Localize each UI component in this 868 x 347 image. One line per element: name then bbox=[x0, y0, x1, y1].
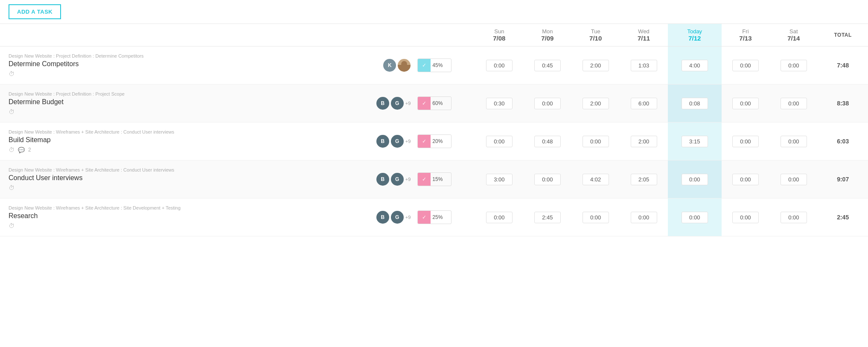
progress-box[interactable]: ✓ 20% bbox=[417, 134, 451, 148]
time-input[interactable] bbox=[534, 136, 561, 147]
header-sun: Sun 7/08 bbox=[475, 24, 523, 47]
time-input[interactable] bbox=[631, 60, 657, 71]
time-input[interactable] bbox=[486, 212, 513, 223]
time-input[interactable] bbox=[781, 98, 807, 109]
time-input[interactable] bbox=[583, 60, 609, 71]
time-cell-day1 bbox=[523, 198, 571, 236]
progress-percent: 25% bbox=[431, 214, 444, 220]
time-cell-day2 bbox=[571, 122, 620, 160]
header-today-date: 7/12 bbox=[670, 35, 719, 42]
avatar: G bbox=[391, 97, 404, 110]
extra-assignees: +9 bbox=[405, 139, 411, 144]
task-name[interactable]: Conduct User interviews bbox=[9, 174, 299, 182]
time-input[interactable] bbox=[583, 174, 609, 185]
progress-cell: ✓ 15% bbox=[415, 160, 475, 198]
total-cell: 2:45 bbox=[818, 198, 868, 236]
avatar: B bbox=[376, 135, 389, 148]
time-input[interactable] bbox=[781, 136, 807, 147]
task-meta: ⏱ bbox=[9, 70, 299, 77]
header-sun-name: Sun bbox=[477, 28, 521, 35]
add-task-button[interactable]: ADD A TASK bbox=[9, 4, 61, 19]
time-input[interactable] bbox=[631, 212, 657, 223]
task-meta: ⏱💬 2 bbox=[9, 146, 299, 153]
time-input[interactable] bbox=[631, 174, 657, 185]
task-breadcrumb: Design New Website : Project Definition … bbox=[9, 53, 299, 58]
time-input[interactable] bbox=[583, 136, 609, 147]
progress-check: ✓ bbox=[418, 211, 431, 224]
header-mon: Mon 7/09 bbox=[523, 24, 571, 47]
progress-check: ✓ bbox=[418, 59, 431, 72]
extra-assignees: +9 bbox=[405, 101, 411, 106]
time-cell-day6 bbox=[769, 122, 818, 160]
time-cell-day2 bbox=[571, 160, 620, 198]
time-cell-day1 bbox=[523, 160, 571, 198]
time-input[interactable] bbox=[631, 98, 657, 109]
progress-cell: ✓ 45% bbox=[415, 47, 475, 85]
time-input[interactable] bbox=[781, 212, 807, 223]
time-cell-day3 bbox=[620, 47, 668, 85]
time-input[interactable] bbox=[534, 212, 561, 223]
time-cell-day5 bbox=[722, 198, 770, 236]
time-cell-day6 bbox=[769, 47, 818, 85]
time-input[interactable] bbox=[732, 98, 759, 109]
extra-assignees: +9 bbox=[405, 177, 411, 182]
task-name[interactable]: Determine Budget bbox=[9, 98, 299, 106]
task-name[interactable]: Determine Competitors bbox=[9, 60, 299, 68]
task-breadcrumb: Design New Website : Wireframes + Site A… bbox=[9, 129, 299, 134]
header-wed: Wed 7/11 bbox=[620, 24, 668, 47]
clock-icon: ⏱ bbox=[9, 146, 15, 153]
task-info-cell: Design New Website : Wireframes + Site A… bbox=[0, 122, 308, 160]
total-cell: 7:48 bbox=[818, 47, 868, 85]
time-input[interactable] bbox=[732, 60, 759, 71]
time-input[interactable] bbox=[732, 212, 759, 223]
progress-box[interactable]: ✓ 60% bbox=[417, 96, 451, 110]
time-input[interactable] bbox=[732, 136, 759, 147]
time-input[interactable] bbox=[534, 98, 561, 109]
time-input[interactable] bbox=[583, 98, 609, 109]
task-meta: ⏱ bbox=[9, 222, 299, 229]
avatar: G bbox=[391, 211, 404, 224]
time-input[interactable] bbox=[732, 174, 759, 185]
time-input[interactable] bbox=[781, 60, 807, 71]
time-input[interactable] bbox=[486, 136, 513, 147]
progress-box[interactable]: ✓ 45% bbox=[417, 58, 451, 72]
time-cell-day1 bbox=[523, 47, 571, 85]
progress-check: ✓ bbox=[418, 135, 431, 148]
avatar: B bbox=[376, 211, 389, 224]
header-total: TOTAL bbox=[818, 24, 868, 47]
time-input[interactable] bbox=[781, 174, 807, 185]
time-input[interactable] bbox=[682, 98, 708, 109]
progress-check: ✓ bbox=[418, 97, 431, 110]
time-input[interactable] bbox=[682, 212, 708, 223]
progress-percent: 15% bbox=[431, 176, 444, 182]
time-cell-day0 bbox=[475, 160, 523, 198]
time-input[interactable] bbox=[486, 98, 513, 109]
progress-box[interactable]: ✓ 15% bbox=[417, 172, 451, 186]
header-fri: Fri 7/13 bbox=[722, 24, 770, 47]
header-today: Today 7/12 bbox=[668, 24, 721, 47]
progress-cell: ✓ 25% bbox=[415, 198, 475, 236]
task-meta: ⏱ bbox=[9, 184, 299, 191]
time-cell-day6 bbox=[769, 160, 818, 198]
time-input[interactable] bbox=[631, 136, 657, 147]
time-cell-day3 bbox=[620, 160, 668, 198]
time-input[interactable] bbox=[682, 136, 708, 147]
task-name[interactable]: Research bbox=[9, 212, 299, 220]
progress-check: ✓ bbox=[418, 173, 431, 186]
time-cell-day4 bbox=[668, 122, 721, 160]
progress-box[interactable]: ✓ 25% bbox=[417, 210, 451, 224]
time-input[interactable] bbox=[682, 60, 708, 71]
time-input[interactable] bbox=[486, 60, 513, 71]
time-input[interactable] bbox=[486, 174, 513, 185]
comment-icon: 💬 bbox=[18, 147, 25, 153]
time-input[interactable] bbox=[583, 212, 609, 223]
avatar: K bbox=[383, 59, 396, 72]
table-row: Design New Website : Wireframes + Site A… bbox=[0, 198, 868, 236]
task-name[interactable]: Build Sitemap bbox=[9, 136, 299, 144]
task-assign-cell: BG+9 bbox=[308, 198, 415, 236]
time-input[interactable] bbox=[534, 60, 561, 71]
time-input[interactable] bbox=[534, 174, 561, 185]
time-input[interactable] bbox=[682, 174, 708, 185]
avatar: B bbox=[376, 97, 389, 110]
time-cell-day2 bbox=[571, 198, 620, 236]
